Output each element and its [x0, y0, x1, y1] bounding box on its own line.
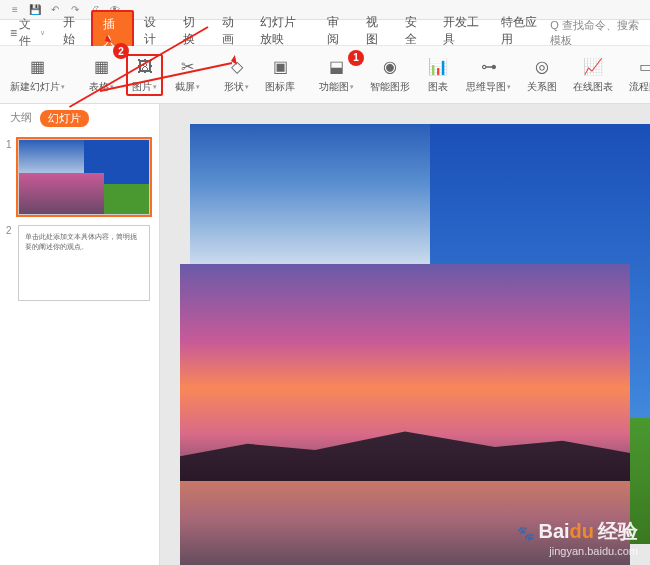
smartart-icon: ◉: [378, 56, 402, 78]
ribbon-icon-lib[interactable]: ▣图标库: [261, 56, 299, 94]
paw-icon: 🐾: [517, 525, 534, 541]
thumb-number: 2: [6, 225, 14, 301]
thumbnails: 12单击此处添加文本具体内容，简明扼要的阐述你的观点。: [0, 133, 159, 565]
annotation-badge-1: 1: [348, 50, 364, 66]
caret-icon: ▾: [507, 83, 511, 91]
new-slide-icon: ▦: [26, 56, 50, 78]
table-icon: ▦: [90, 56, 114, 78]
caret-icon: ▾: [153, 83, 157, 91]
caret-icon: ▾: [350, 83, 354, 91]
ribbon-mindmap[interactable]: ⊶思维导图▾: [462, 56, 515, 94]
smart-chart-icon: ⬓: [325, 56, 349, 78]
thumb-number: 1: [6, 139, 14, 215]
ribbon-new-slide[interactable]: ▦新建幻灯片▾: [6, 56, 69, 94]
online-chart-label: 在线图表: [573, 80, 613, 94]
panel-tab-幻灯片[interactable]: 幻灯片: [40, 110, 89, 127]
thumb-text: 单击此处添加文本具体内容，简明扼要的阐述你的观点。: [19, 226, 149, 258]
flowchart-icon: ▭: [635, 56, 651, 78]
icon-lib-label: 图标库: [265, 80, 295, 94]
panel-tabs: 大纲幻灯片: [0, 104, 159, 133]
smartart-label: 智能图形: [370, 80, 410, 94]
caret-icon: ▾: [61, 83, 65, 91]
mindmap-icon: ⊶: [477, 56, 501, 78]
ribbon: 2 ▦新建幻灯片▾▦表格▾🖼图片▾✂截屏▾◇形状▾▣图标库1⬓功能图▾◉智能图形…: [0, 46, 650, 104]
ribbon-online-chart[interactable]: 📈在线图表: [569, 56, 617, 94]
watermark: 🐾 Baidu 经验 jingyan.baidu.com: [517, 518, 638, 557]
workspace: 大纲幻灯片 12单击此处添加文本具体内容，简明扼要的阐述你的观点。 🐾 Baid…: [0, 104, 650, 565]
arrow-head-2: [225, 55, 237, 67]
slide-canvas[interactable]: 🐾 Baidu 经验 jingyan.baidu.com: [160, 104, 650, 565]
image-sky[interactable]: [190, 124, 430, 274]
relation-icon: ◎: [530, 56, 554, 78]
annotation-badge-2: 2: [113, 43, 129, 59]
slide-thumbnail-2[interactable]: 单击此处添加文本具体内容，简明扼要的阐述你的观点。: [18, 225, 150, 301]
menu-bar: ≡文件∨ 开始插入设计切换动画幻灯片放映审阅视图安全开发工具特色应用 Q 查找命…: [0, 20, 650, 46]
shapes-label: 形状▾: [224, 80, 249, 94]
ribbon-relation[interactable]: ◎关系图: [523, 56, 561, 94]
ribbon-flowchart[interactable]: ▭流程图▾: [625, 56, 650, 94]
chart-label: 图表: [428, 80, 448, 94]
caret-icon: ▾: [196, 83, 200, 91]
screenshot-label: 截屏▾: [175, 80, 200, 94]
panel-tab-大纲[interactable]: 大纲: [10, 110, 32, 127]
ribbon-chart[interactable]: 📊图表: [422, 56, 454, 94]
search-command[interactable]: Q 查找命令、搜索模板: [550, 18, 646, 48]
chart-icon: 📊: [426, 56, 450, 78]
slide-thumbnail-1[interactable]: [18, 139, 150, 215]
smart-chart-label: 功能图▾: [319, 80, 354, 94]
search-area: Q 查找命令、搜索模板: [550, 18, 646, 48]
ribbon-smart-chart[interactable]: 1⬓功能图▾: [315, 56, 358, 94]
mindmap-label: 思维导图▾: [466, 80, 511, 94]
thumb-wrap-2: 2单击此处添加文本具体内容，简明扼要的阐述你的观点。: [6, 225, 153, 301]
slide-content: [190, 124, 650, 564]
relation-label: 关系图: [527, 80, 557, 94]
new-slide-label: 新建幻灯片▾: [10, 80, 65, 94]
thumb-wrap-1: 1: [6, 139, 153, 215]
ribbon-picture[interactable]: 🖼图片▾: [126, 54, 163, 96]
online-chart-icon: 📈: [581, 56, 605, 78]
ribbon-smartart[interactable]: ◉智能图形: [366, 56, 414, 94]
caret-icon: ▾: [245, 83, 249, 91]
icon-lib-icon: ▣: [268, 56, 292, 78]
slide-panel: 大纲幻灯片 12单击此处添加文本具体内容，简明扼要的阐述你的观点。: [0, 104, 160, 565]
flowchart-label: 流程图▾: [629, 80, 650, 94]
